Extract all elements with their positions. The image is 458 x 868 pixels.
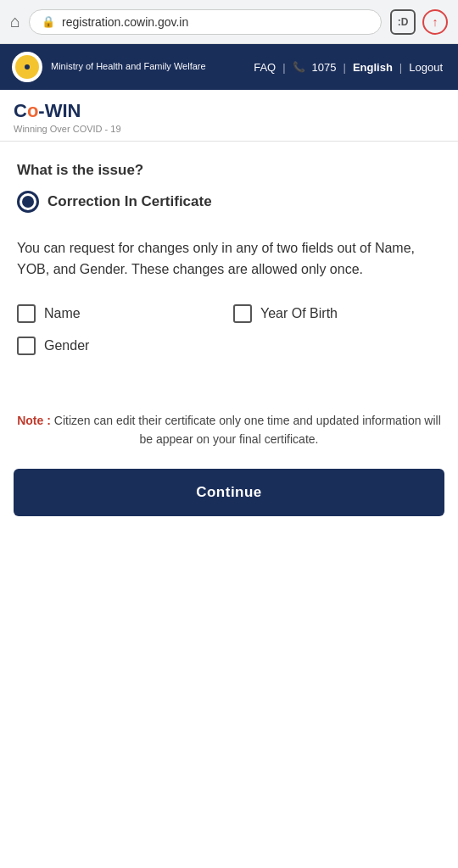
cowin-tagline: Winning Over COVID - 19 [14,124,444,134]
radio-label-correction: Correction In Certificate [47,193,212,210]
dash-text: -WIN [38,100,81,121]
logout-link[interactable]: Logout [405,61,446,74]
org-name: Ministry of Health and Family Welfare [51,60,242,73]
cowin-logo: Co-WIN [14,100,444,122]
browser-icons: :D ↑ [390,9,448,35]
radio-option-correction[interactable]: Correction In Certificate [17,191,441,213]
share-icon[interactable]: ↑ [422,9,448,35]
checkbox-yob-item[interactable]: Year Of Birth [233,304,441,323]
home-icon[interactable]: ⌂ [10,12,20,31]
checkbox-gender[interactable] [17,337,36,355]
org-logo [12,52,42,82]
checkbox-name-label: Name [44,306,81,321]
o-text: o [27,100,38,121]
checkboxes-grid: Name Year Of Birth Gender [17,304,441,355]
extensions-icon[interactable]: :D [390,9,416,35]
continue-button[interactable]: Continue [14,469,444,516]
checkbox-gender-label: Gender [44,338,89,353]
checkbox-yob[interactable] [233,304,252,323]
phone-number[interactable]: 1075 [309,61,340,74]
checkbox-gender-item[interactable]: Gender [17,337,225,355]
radio-button-correction[interactable] [17,191,39,213]
cowin-header: Co-WIN Winning Over COVID - 19 [0,90,458,142]
nav-links: FAQ | 📞 1075 | English | Logout [250,61,446,74]
navbar: Ministry of Health and Family Welfare FA… [0,44,458,90]
issue-question: What is the issue? [17,162,441,179]
main-content: What is the issue? Correction In Certifi… [0,142,458,377]
logo-inner [15,55,39,79]
checkbox-name-item[interactable]: Name [17,304,225,323]
url-text: registration.cowin.gov.in [62,15,369,29]
checkbox-name[interactable] [17,304,36,323]
checkbox-yob-label: Year Of Birth [260,306,338,321]
ashoka-icon [19,58,36,75]
info-text: You can request for changes only in any … [17,238,441,281]
note-text: Citizen can edit their certificate only … [51,414,441,446]
language-selector[interactable]: English [349,61,396,74]
url-bar[interactable]: 🔒 registration.cowin.gov.in [29,9,382,35]
radio-selected-indicator [22,196,34,208]
sep1: | [279,61,288,74]
sep2: | [340,61,349,74]
note-keyword: Note : [17,414,51,427]
note-section: Note : Citizen can edit their certificat… [0,394,458,459]
continue-btn-wrap: Continue [0,459,458,530]
co-text: C [14,100,27,121]
browser-bar: ⌂ 🔒 registration.cowin.gov.in :D ↑ [0,0,458,44]
faq-link[interactable]: FAQ [250,61,279,74]
lock-icon: 🔒 [42,15,55,28]
svg-point-1 [25,64,30,70]
sep3: | [396,61,405,74]
phone-icon: 📞 [289,61,309,73]
